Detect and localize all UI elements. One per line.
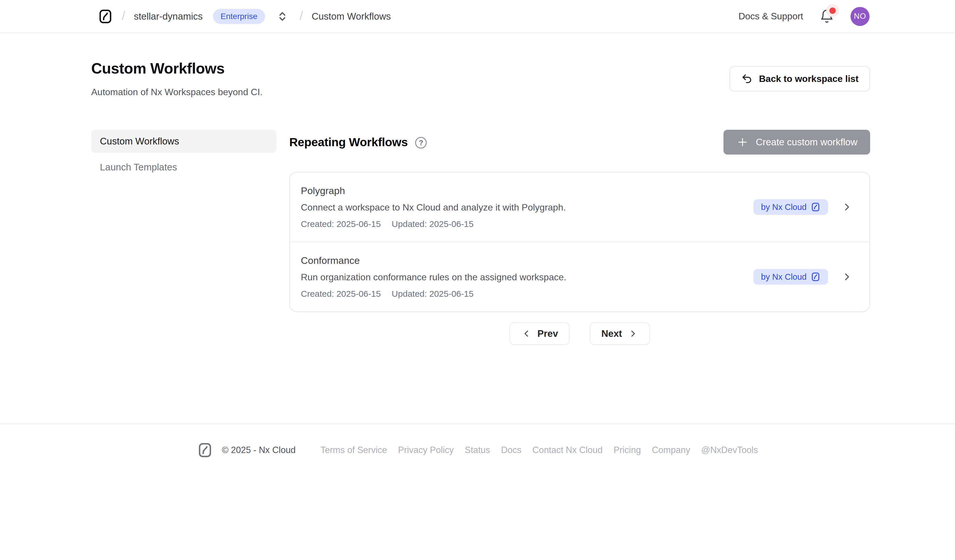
main-content: Custom Workflows Automation of Nx Worksp… [0,33,955,424]
chevron-right-icon [841,201,853,213]
workflow-updated: Updated: 2025-06-15 [392,219,474,229]
nx-cloud-mini-logo-icon [811,272,820,282]
footer-link-terms[interactable]: Terms of Service [321,445,387,455]
plus-icon [736,136,749,148]
sidebar-item-custom-workflows[interactable]: Custom Workflows [91,130,277,153]
settings-sidebar: Custom Workflows Launch Templates [91,130,277,345]
chevron-right-icon [841,271,853,282]
workflow-row-right: by Nx Cloud [753,199,858,215]
plan-badge: Enterprise [213,9,265,24]
page: / stellar-dynamics Enterprise / Custom W… [0,0,955,560]
workflow-created: Created: 2025-06-15 [301,289,381,299]
footer-link-privacy[interactable]: Privacy Policy [398,445,454,455]
workflow-row-conformance[interactable]: Conformance Run organization conformance… [290,242,870,312]
workflow-description: Connect a workspace to Nx Cloud and anal… [301,202,566,213]
navbar-right: Docs & Support NO [739,7,870,26]
workflow-row-polygraph[interactable]: Polygraph Connect a workspace to Nx Clou… [290,172,870,242]
top-navbar: / stellar-dynamics Enterprise / Custom W… [0,0,955,33]
copyright-text: © 2025 - Nx Cloud [222,445,295,455]
nx-cloud-mini-logo-icon [811,202,820,212]
workflows-pane: Repeating Workflows ? Create custom work… [289,130,870,345]
chevron-left-icon [521,328,531,339]
badge-label: by Nx Cloud [761,203,806,212]
notifications-bell-icon[interactable] [819,9,834,24]
notification-dot [830,8,836,14]
breadcrumb-current-page[interactable]: Custom Workflows [312,11,391,22]
by-nx-cloud-badge: by Nx Cloud [753,199,828,215]
badge-label: by Nx Cloud [761,272,806,282]
sidebar-item-launch-templates[interactable]: Launch Templates [91,156,277,179]
page-subtitle: Automation of Nx Workspaces beyond CI. [91,87,262,97]
workflow-created: Created: 2025-06-15 [301,219,381,229]
workflows-list-card: Polygraph Connect a workspace to Nx Clou… [289,172,870,312]
pane-title-wrap: Repeating Workflows ? [289,136,427,149]
footer: © 2025 - Nx Cloud Terms of Service Priva… [0,424,955,458]
section-title: Repeating Workflows [289,136,408,149]
footer-link-company[interactable]: Company [652,445,690,455]
footer-link-contact[interactable]: Contact Nx Cloud [532,445,603,455]
footer-link-nxdevtools[interactable]: @NxDevTools [701,445,758,455]
workflow-updated: Updated: 2025-06-15 [392,289,474,299]
footer-links: Terms of Service Privacy Policy Status D… [321,445,758,455]
footer-link-pricing[interactable]: Pricing [614,445,641,455]
create-custom-workflow-button[interactable]: Create custom workflow [723,130,870,154]
workspace-name[interactable]: stellar-dynamics [134,11,203,22]
breadcrumb-separator: / [122,9,125,23]
next-label: Next [601,328,622,339]
workflow-row-right: by Nx Cloud [753,269,858,285]
workflow-meta: Created: 2025-06-15 Updated: 2025-06-15 [301,219,566,229]
back-button-label: Back to workspace list [759,73,859,84]
nx-cloud-logo-icon[interactable] [97,9,113,24]
page-header-text: Custom Workflows Automation of Nx Worksp… [91,60,262,97]
prev-page-button[interactable]: Prev [510,322,570,345]
footer-link-docs[interactable]: Docs [501,445,522,455]
sidebar-item-label: Launch Templates [100,162,177,173]
workflow-row-text: Polygraph Connect a workspace to Nx Clou… [301,185,566,229]
prev-label: Prev [537,328,558,339]
back-to-workspace-list-button[interactable]: Back to workspace list [730,66,870,91]
workflow-meta: Created: 2025-06-15 Updated: 2025-06-15 [301,289,567,299]
page-title: Custom Workflows [91,60,262,77]
nx-footer-logo-icon [197,442,213,458]
workflow-title: Conformance [301,255,567,266]
help-icon[interactable]: ? [415,137,427,148]
workflow-description: Run organization conformance rules on th… [301,272,567,282]
workspace-switcher-icon[interactable] [276,10,289,23]
notification-halo [826,4,839,17]
create-button-label: Create custom workflow [756,137,858,148]
pagination: Prev Next [289,322,870,345]
workflow-row-text: Conformance Run organization conformance… [301,255,567,299]
workflow-title: Polygraph [301,185,566,197]
user-avatar[interactable]: NO [850,7,870,26]
chevron-right-icon [628,328,638,339]
footer-link-status[interactable]: Status [465,445,490,455]
page-header: Custom Workflows Automation of Nx Worksp… [91,33,870,97]
workflows-pane-header: Repeating Workflows ? Create custom work… [289,130,870,154]
sidebar-item-label: Custom Workflows [100,136,179,147]
by-nx-cloud-badge: by Nx Cloud [753,269,828,285]
docs-support-link[interactable]: Docs & Support [739,11,803,22]
breadcrumb-separator: / [300,9,303,23]
next-page-button[interactable]: Next [590,322,650,345]
breadcrumb: / stellar-dynamics Enterprise / Custom W… [97,9,391,24]
content-row: Custom Workflows Launch Templates Repeat… [91,130,870,345]
undo-arrow-icon [741,73,753,84]
